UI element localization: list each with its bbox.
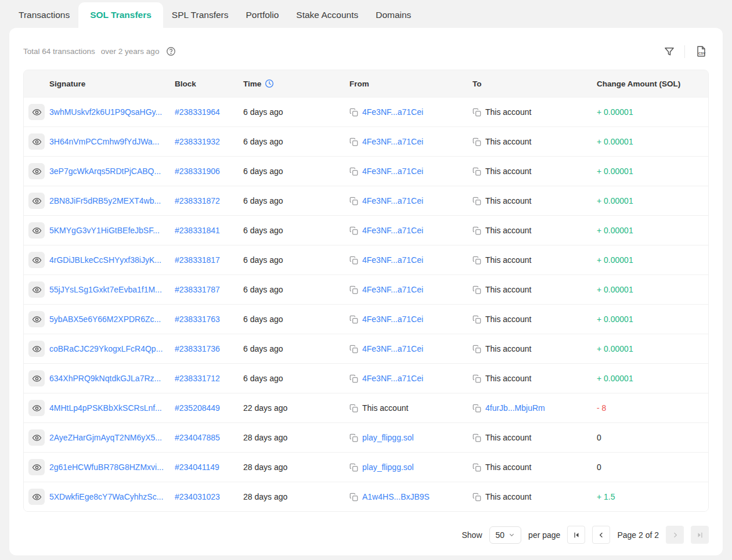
signature-link[interactable]: 3eP7gcWkArqs5RDtPjCABQ... bbox=[49, 167, 161, 176]
from-address[interactable]: A1w4HS...BxJB9S bbox=[362, 492, 430, 501]
block-link[interactable]: #238331712 bbox=[175, 374, 220, 383]
next-page-button[interactable] bbox=[666, 526, 684, 544]
to-address[interactable]: This account bbox=[485, 433, 531, 442]
from-address[interactable]: 4Fe3NF...a71Cei bbox=[362, 374, 423, 383]
to-address[interactable]: This account bbox=[485, 315, 531, 324]
signature-link[interactable]: 634XhPRQ9kNqtdkGJLa7Rz... bbox=[49, 374, 161, 383]
copy-icon[interactable] bbox=[473, 433, 481, 442]
previous-page-button[interactable] bbox=[592, 526, 610, 544]
from-address[interactable]: 4Fe3NF...a71Cei bbox=[362, 344, 423, 353]
copy-icon[interactable] bbox=[473, 345, 481, 353]
to-address[interactable]: This account bbox=[485, 196, 531, 205]
copy-icon[interactable] bbox=[349, 493, 358, 501]
block-link[interactable]: #238331872 bbox=[175, 196, 220, 205]
from-address[interactable]: play_flipgg.sol bbox=[362, 433, 414, 442]
copy-icon[interactable] bbox=[349, 433, 358, 442]
block-link[interactable]: #238331817 bbox=[175, 255, 220, 265]
copy-icon[interactable] bbox=[349, 315, 358, 324]
copy-icon[interactable] bbox=[473, 374, 481, 383]
clock-icon[interactable] bbox=[265, 79, 274, 88]
signature-link[interactable]: 3H64nVmPCCmhw9fYdJWa... bbox=[49, 137, 159, 146]
copy-icon[interactable] bbox=[473, 138, 481, 146]
signature-link[interactable]: 4rGDiJBLkeCcSHYyxf38iJyK... bbox=[49, 255, 161, 265]
copy-icon[interactable] bbox=[349, 138, 358, 146]
from-address[interactable]: 4Fe3NF...a71Cei bbox=[362, 137, 423, 146]
preview-transaction-button[interactable] bbox=[28, 104, 45, 120]
preview-transaction-button[interactable] bbox=[28, 222, 45, 239]
preview-transaction-button[interactable] bbox=[28, 370, 45, 386]
copy-icon[interactable] bbox=[349, 256, 358, 265]
preview-transaction-button[interactable] bbox=[28, 133, 45, 150]
copy-icon[interactable] bbox=[473, 226, 481, 235]
copy-icon[interactable] bbox=[349, 374, 358, 383]
copy-icon[interactable] bbox=[473, 197, 481, 205]
preview-transaction-button[interactable] bbox=[28, 341, 45, 357]
last-page-button[interactable] bbox=[691, 526, 709, 544]
to-address[interactable]: This account bbox=[485, 226, 531, 235]
copy-icon[interactable] bbox=[473, 404, 481, 413]
signature-link[interactable]: 5KMYgG3vY1HiGtBEfeJbSF... bbox=[49, 226, 160, 235]
signature-link[interactable]: 3whMUskvf2k6U1P9QsaHGy... bbox=[49, 107, 162, 117]
copy-icon[interactable] bbox=[349, 108, 358, 117]
block-link[interactable]: #238331841 bbox=[175, 226, 220, 235]
copy-icon[interactable] bbox=[473, 286, 481, 294]
preview-transaction-button[interactable] bbox=[28, 429, 45, 446]
to-address[interactable]: This account bbox=[485, 255, 531, 265]
block-link[interactable]: #238331736 bbox=[175, 344, 220, 353]
signature-link[interactable]: 55jJYsLSg1Gxkt7eEvba1f1M... bbox=[49, 285, 162, 294]
tab-spl-transfers[interactable]: SPL Transfers bbox=[163, 2, 237, 28]
from-address[interactable]: 4Fe3NF...a71Cei bbox=[362, 285, 423, 294]
to-address[interactable]: 4furJb...MbjuRm bbox=[485, 403, 545, 413]
tab-transactions[interactable]: Transactions bbox=[10, 2, 78, 28]
help-icon[interactable] bbox=[165, 45, 177, 57]
signature-link[interactable]: 5XDwkfiEge8cY7WaCyhhzSc... bbox=[49, 492, 163, 501]
copy-icon[interactable] bbox=[473, 256, 481, 265]
to-address[interactable]: This account bbox=[485, 463, 531, 472]
block-link[interactable]: #234047885 bbox=[175, 433, 220, 442]
tab-domains[interactable]: Domains bbox=[367, 2, 420, 28]
signature-link[interactable]: 5ybABX5e6Y66M2XPDR6Zc... bbox=[49, 315, 161, 324]
block-link[interactable]: #238331763 bbox=[175, 315, 220, 324]
block-link[interactable]: #238331787 bbox=[175, 285, 220, 294]
block-link[interactable]: #238331932 bbox=[175, 137, 220, 146]
block-link[interactable]: #238331906 bbox=[175, 167, 220, 176]
preview-transaction-button[interactable] bbox=[28, 281, 45, 298]
page-size-select[interactable]: 50 bbox=[489, 526, 522, 544]
block-link[interactable]: #234031023 bbox=[175, 492, 220, 501]
copy-icon[interactable] bbox=[349, 463, 358, 472]
copy-icon[interactable] bbox=[349, 286, 358, 294]
copy-icon[interactable] bbox=[473, 463, 481, 472]
copy-icon[interactable] bbox=[349, 345, 358, 353]
preview-transaction-button[interactable] bbox=[28, 400, 45, 416]
first-page-button[interactable] bbox=[567, 526, 585, 544]
preview-transaction-button[interactable] bbox=[28, 193, 45, 209]
copy-icon[interactable] bbox=[473, 167, 481, 176]
signature-link[interactable]: 4MHtLp4pPSKBbXkSCRsLnf... bbox=[49, 403, 162, 413]
signature-link[interactable]: 2g61eHCWfuBR78G8HZMxvi... bbox=[49, 463, 164, 472]
to-address[interactable]: This account bbox=[485, 107, 531, 117]
to-address[interactable]: This account bbox=[485, 167, 531, 176]
from-address[interactable]: This account bbox=[362, 403, 408, 413]
to-address[interactable]: This account bbox=[485, 137, 531, 146]
copy-icon[interactable] bbox=[349, 197, 358, 205]
from-address[interactable]: 4Fe3NF...a71Cei bbox=[362, 255, 423, 265]
preview-transaction-button[interactable] bbox=[28, 311, 45, 327]
block-link[interactable]: #235208449 bbox=[175, 403, 220, 413]
from-address[interactable]: 4Fe3NF...a71Cei bbox=[362, 167, 423, 176]
copy-icon[interactable] bbox=[349, 167, 358, 176]
to-address[interactable]: This account bbox=[485, 285, 531, 294]
from-address[interactable]: play_flipgg.sol bbox=[362, 463, 414, 472]
from-address[interactable]: 4Fe3NF...a71Cei bbox=[362, 107, 423, 117]
copy-icon[interactable] bbox=[473, 108, 481, 117]
from-address[interactable]: 4Fe3NF...a71Cei bbox=[362, 315, 423, 324]
tab-sol-transfers[interactable]: SOL Transfers bbox=[78, 2, 163, 28]
filter-button[interactable] bbox=[662, 45, 676, 59]
copy-icon[interactable] bbox=[473, 493, 481, 501]
preview-transaction-button[interactable] bbox=[28, 252, 45, 268]
to-address[interactable]: This account bbox=[485, 374, 531, 383]
signature-link[interactable]: 2BN8JiFr5dRB5y2MEXT4wb... bbox=[49, 196, 161, 205]
copy-icon[interactable] bbox=[349, 404, 358, 413]
preview-transaction-button[interactable] bbox=[28, 459, 45, 475]
block-link[interactable]: #234041149 bbox=[175, 463, 219, 472]
signature-link[interactable]: coBRaCJC29YkogxLFcR4Qp... bbox=[49, 344, 163, 353]
